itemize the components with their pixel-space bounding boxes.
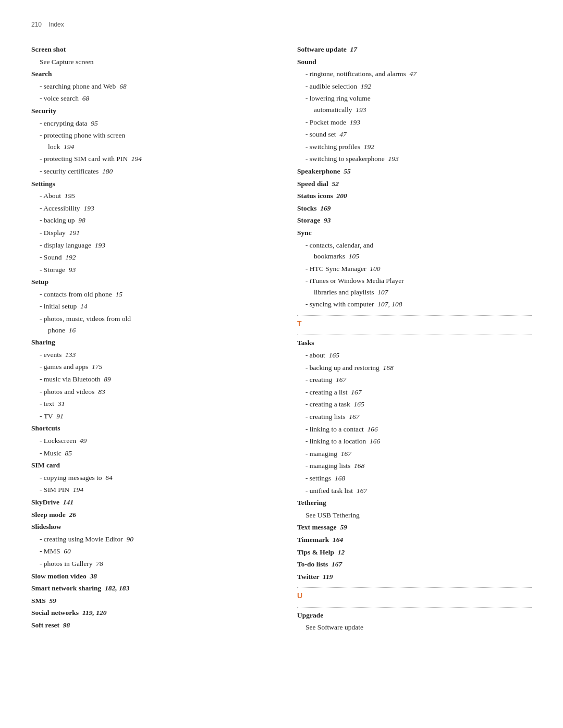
entry-sub: - Pocket mode 193: [297, 117, 532, 128]
entry-title: Sync: [297, 227, 532, 239]
entry-sub: - music via Bluetooth 89: [31, 374, 266, 385]
entry-sub: - sound set 47: [297, 129, 532, 140]
section-letter: U: [297, 590, 532, 601]
section-divider: [297, 587, 532, 588]
entry-title: Setup: [31, 276, 266, 288]
entry-sub: - about 165: [297, 350, 532, 361]
entry-sub: - Display 191: [31, 227, 266, 239]
entry-sub-wrapped: - lowering ring volumeautomatically 193: [297, 93, 532, 115]
entry-title: Software update 17: [297, 44, 532, 55]
entry-title: Tasks: [297, 337, 532, 349]
entry-sub: - photos and videos 83: [31, 386, 266, 398]
entry-sub: - syncing with computer 107, 108: [297, 299, 532, 310]
entry-sub: - linking to a location 166: [297, 436, 532, 447]
entry-title: Storage 93: [297, 215, 532, 226]
entry-title: Social networks 119, 120: [31, 607, 266, 619]
entry-sub: - linking to a contact 166: [297, 424, 532, 435]
entry-sub: - switching to speakerphone 193: [297, 153, 532, 165]
section-divider: [297, 335, 532, 335]
entry-title: Upgrade: [297, 610, 532, 621]
entry-title: To-do lists 167: [297, 559, 532, 570]
entry-sub: - TV 91: [31, 411, 266, 422]
entry-sub: - events 133: [31, 349, 266, 361]
entry-sub: - unified task list 167: [297, 485, 532, 497]
entry-sub: - games and apps 175: [31, 361, 266, 373]
entry-title: Speakerphone 55: [297, 166, 532, 177]
page-header: 210 Index: [31, 21, 532, 28]
entry-title: Slideshow: [31, 521, 266, 533]
entry-title: Settings: [31, 178, 266, 190]
entry-sub: - MMS 60: [31, 546, 266, 557]
entry-title: Sleep mode 26: [31, 509, 266, 521]
entry-sub-wrapped: - contacts, calendar, andbookmarks 105: [297, 240, 532, 262]
entry-sub: - photos in Gallery 78: [31, 558, 266, 570]
entry-sub: - switching profiles 192: [297, 141, 532, 153]
entry-sub: - initial setup 14: [31, 301, 266, 312]
entry-sub: - creating 167: [297, 374, 532, 386]
see-ref: See USB Tethering: [297, 510, 532, 521]
right-column: Software update 17Sound- ringtone, notif…: [297, 44, 532, 634]
entry-sub: - ringtone, notifications, and alarms 47: [297, 68, 532, 80]
entry-sub: - SIM PIN 194: [31, 484, 266, 496]
entry-title: SkyDrive 141: [31, 497, 266, 508]
entry-sub: - About 195: [31, 190, 266, 202]
entry-title: Status icons 200: [297, 190, 532, 202]
entry-sub-wrapped3: - iTunes or Windows Media Playerlibrarie…: [297, 275, 532, 298]
entry-title: Sound: [297, 56, 532, 68]
entry-sub: - managing 167: [297, 448, 532, 460]
entry-sub: - creating a task 165: [297, 399, 532, 410]
entry-title: Speed dial 52: [297, 178, 532, 190]
section-divider: [297, 607, 532, 608]
entry-sub: - voice search 68: [31, 93, 266, 104]
entry-sub: - backing up and restoring 168: [297, 362, 532, 374]
entry-title: Twitter 119: [297, 571, 532, 583]
entry-title: SIM card: [31, 460, 266, 471]
entry-title: Tethering: [297, 497, 532, 509]
entry-title: Shortcuts: [31, 423, 266, 434]
entry-sub: - settings 168: [297, 473, 532, 484]
entry-sub: - display language 193: [31, 240, 266, 251]
entry-sub: - copying messages to 64: [31, 472, 266, 484]
entry-sub: - Storage 93: [31, 264, 266, 276]
left-column: Screen shotSee Capture screenSearch- sea…: [31, 44, 266, 634]
entry-sub-wrapped: - photos, music, videos from oldphone 16: [31, 313, 266, 336]
entry-title: Screen shot: [31, 44, 266, 55]
entry-title: Sharing: [31, 337, 266, 348]
see-ref: See Capture screen: [31, 56, 266, 68]
entry-sub: - Accessibility 193: [31, 203, 266, 214]
entry-sub: - Music 85: [31, 448, 266, 459]
entry-title: Slow motion video 38: [31, 571, 266, 582]
entry-sub: - searching phone and Web 68: [31, 81, 266, 92]
entry-sub: - backing up 98: [31, 215, 266, 226]
entry-sub: - security certificates 180: [31, 166, 266, 177]
entry-sub: - creating a list 167: [297, 387, 532, 398]
entry-sub: - Sound 192: [31, 252, 266, 263]
entry-sub: - creating using Movie Editor 90: [31, 534, 266, 545]
entry-sub: - managing lists 168: [297, 460, 532, 472]
entry-title: Search: [31, 68, 266, 80]
entry-sub: - encrypting data 95: [31, 118, 266, 129]
entry-title: Text message 59: [297, 522, 532, 533]
entry-title: Stocks 169: [297, 203, 532, 214]
entry-sub: - protecting SIM card with PIN 194: [31, 153, 266, 165]
entry-title: Timemark 164: [297, 534, 532, 546]
section-divider: [297, 315, 532, 316]
entry-sub: - creating lists 167: [297, 411, 532, 423]
entry-sub: - Lockscreen 49: [31, 435, 266, 447]
see-ref: See Software update: [297, 622, 532, 633]
entry-title: Smart network sharing 182, 183: [31, 583, 266, 594]
entry-sub: - contacts from old phone 15: [31, 289, 266, 300]
entry-sub: - text 31: [31, 398, 266, 410]
entry-sub: - audible selection 192: [297, 81, 532, 92]
section-letter: T: [297, 318, 532, 329]
entry-title: Tips & Help 12: [297, 547, 532, 558]
entry-title: Security: [31, 105, 266, 117]
entry-sub: - HTC Sync Manager 100: [297, 263, 532, 275]
entry-title: SMS 59: [31, 595, 266, 607]
entry-title: Soft reset 98: [31, 620, 266, 631]
entry-sub-wrapped: - protecting phone with screenlock 194: [31, 130, 266, 152]
